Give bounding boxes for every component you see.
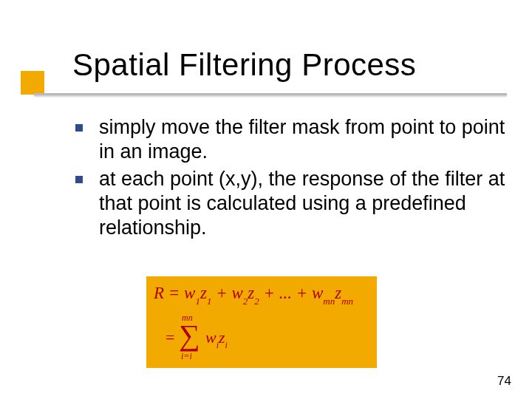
formula-line-2: = mn ∑ i=i wizi xyxy=(166,310,239,364)
bullet-item: simply move the filter mask from point t… xyxy=(72,115,516,164)
sigma-icon: ∑ xyxy=(179,321,200,350)
equals-sign: = xyxy=(166,328,174,347)
title-underline xyxy=(34,93,507,95)
accent-square-icon xyxy=(21,71,44,95)
formula-line-1: R = w1z1 + w2z2 + ... + wmnzmn xyxy=(154,284,353,306)
slide-title: Spatial Filtering Process xyxy=(72,47,416,83)
sigma-lower-limit: i=i xyxy=(181,351,192,362)
slide: Spatial Filtering Process simply move th… xyxy=(0,0,532,399)
bullet-item: at each point (x,y), the response of the… xyxy=(72,167,516,240)
formula-box: R = w1z1 + w2z2 + ... + wmnzmn = mn ∑ i=… xyxy=(146,276,377,368)
header: Spatial Filtering Process xyxy=(0,0,532,118)
page-number: 74 xyxy=(497,374,511,389)
summand: wizi xyxy=(205,328,228,349)
body-content: simply move the filter mask from point t… xyxy=(72,115,516,243)
